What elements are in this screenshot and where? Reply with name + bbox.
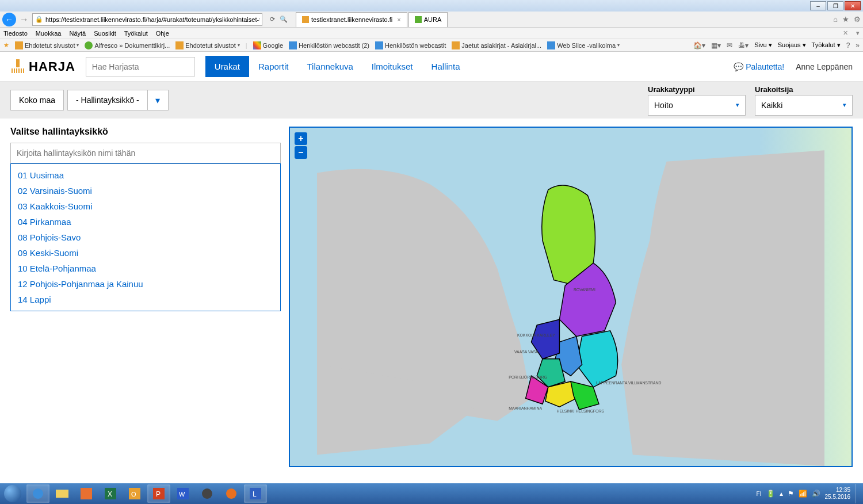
- taskbar-app-icon[interactable]: [196, 484, 219, 503]
- bookmark-item[interactable]: Henkilöstön webcastit: [375, 41, 446, 49]
- unit-item[interactable]: 02 Varsinais-Suomi: [11, 183, 280, 198]
- security-menu[interactable]: Suojaus ▾: [778, 41, 806, 49]
- menu-tyokalut[interactable]: Työkalut: [124, 30, 148, 37]
- feedback-link[interactable]: 💬 Palautetta!: [734, 62, 784, 71]
- taskbar-media-icon[interactable]: [75, 484, 98, 503]
- nav-tilannekuva[interactable]: Tilannekuva: [298, 56, 362, 77]
- unit-item[interactable]: 09 Keski-Suomi: [11, 245, 280, 261]
- tools-menu[interactable]: Työkalut ▾: [812, 41, 841, 49]
- home-icon[interactable]: 🏠▾: [693, 41, 705, 49]
- app-header: HARJA Urakat Raportit Tilannekuva Ilmoit…: [0, 52, 863, 82]
- favorites-icon[interactable]: ★: [842, 15, 849, 24]
- app-search-input[interactable]: [92, 58, 189, 76]
- zoom-in-button[interactable]: +: [295, 132, 307, 145]
- taskbar-lync-icon[interactable]: L: [244, 484, 267, 503]
- refresh-icon[interactable]: ⟳: [267, 16, 277, 23]
- taskbar-excel-icon[interactable]: X: [99, 484, 122, 503]
- unit-search-input[interactable]: [17, 143, 274, 163]
- menu-close-icon[interactable]: ✕: [843, 29, 848, 37]
- bookmark-item[interactable]: Web Slice -valikoima▾: [547, 41, 620, 49]
- bookmark-item[interactable]: Ehdotetut sivustot▾: [15, 41, 79, 49]
- start-button[interactable]: [1, 484, 24, 503]
- tools-icon[interactable]: ⚙: [854, 15, 861, 24]
- unit-item[interactable]: 04 Pirkanmaa: [11, 214, 280, 230]
- unit-item[interactable]: 14 Lappi: [11, 292, 280, 307]
- address-bar[interactable]: 🔒: [32, 13, 262, 26]
- window-close-button[interactable]: ✕: [845, 1, 861, 10]
- current-user[interactable]: Anne Leppänen: [796, 62, 853, 71]
- window-minimize-button[interactable]: –: [810, 1, 826, 10]
- app-search-box[interactable]: [86, 57, 195, 77]
- menu-tiedosto[interactable]: Tiedosto: [3, 30, 28, 37]
- browser-tab-2[interactable]: AURA: [408, 12, 448, 27]
- taskbar-powerpoint-icon[interactable]: P: [147, 484, 170, 503]
- print-icon[interactable]: 🖶▾: [738, 41, 749, 49]
- unit-item[interactable]: 10 Etelä-Pohjanmaa: [11, 261, 280, 276]
- unit-select-dropdown[interactable]: ▾: [148, 90, 169, 110]
- unit-item[interactable]: 12 Pohjois-Pohjanmaa ja Kainuu: [11, 276, 280, 292]
- favorites-star-icon[interactable]: ★: [3, 41, 9, 49]
- svg-text:ROVANIEMI: ROVANIEMI: [574, 288, 595, 292]
- app-nav: Urakat Raportit Tilannekuva Ilmoitukset …: [205, 56, 469, 77]
- taskbar-explorer-icon[interactable]: [51, 484, 74, 503]
- bookmark-item[interactable]: Jaetut asiakirjat - Asiakirjal...: [452, 41, 541, 49]
- bookmark-item[interactable]: Henkilöstön webcastit (2): [289, 41, 369, 49]
- ie-bookmarks-bar: ★ Ehdotetut sivustot▾ Alfresco » Dokumen…: [0, 39, 863, 52]
- app-logo[interactable]: HARJA: [10, 59, 75, 74]
- nav-urakat[interactable]: Urakat: [205, 56, 249, 77]
- taskbar-word-icon[interactable]: W: [171, 484, 194, 503]
- nav-ilmoitukset[interactable]: Ilmoitukset: [362, 56, 422, 77]
- bookmark-item[interactable]: Google: [253, 41, 283, 49]
- browser-tab-1[interactable]: testiextranet.liikennevirasto.fi ×: [296, 12, 407, 27]
- unit-search-box[interactable]: [10, 143, 281, 163]
- help-icon[interactable]: ?: [846, 41, 850, 49]
- map-canvas[interactable]: KOKKOLA KARLEBY VAASA VASA PORI BJÖRNEBO…: [290, 128, 851, 466]
- unit-item[interactable]: 08 Pohjois-Savo: [11, 230, 280, 245]
- browser-forward-button[interactable]: →: [18, 14, 30, 25]
- unit-item[interactable]: 03 Kaakkois-Suomi: [11, 198, 280, 214]
- tray-up-icon[interactable]: ▴: [780, 490, 783, 498]
- nav-raportit[interactable]: Raportit: [249, 56, 298, 77]
- menu-ohje[interactable]: Ohje: [156, 30, 169, 37]
- browser-back-button[interactable]: ←: [2, 13, 16, 26]
- page-menu[interactable]: Sivu ▾: [754, 41, 772, 49]
- taskbar-ie-icon[interactable]: [26, 484, 49, 503]
- search-icon[interactable]: 🔍: [278, 16, 289, 23]
- chevron-down-icon: ▾: [843, 101, 846, 109]
- urakkatyyppi-select[interactable]: Hoito ▾: [648, 95, 746, 116]
- menu-dropdown-icon[interactable]: ▾: [856, 29, 860, 37]
- urakoitsija-select[interactable]: Kaikki ▾: [755, 95, 853, 116]
- show-desktop-button[interactable]: [855, 484, 860, 503]
- unit-select-button[interactable]: - Hallintayksikkö -: [67, 90, 148, 110]
- tray-language[interactable]: FI: [757, 491, 762, 497]
- mail-icon[interactable]: ✉: [727, 41, 732, 49]
- svg-text:LAPPEENRANTA VILLMANSTRAND: LAPPEENRANTA VILLMANSTRAND: [596, 381, 662, 385]
- home-icon[interactable]: ⌂: [833, 15, 838, 24]
- action-center-icon[interactable]: ⚑: [788, 490, 794, 498]
- zoom-out-button[interactable]: –: [295, 146, 307, 159]
- taskbar-firefox-icon[interactable]: [220, 484, 243, 503]
- tab-close-icon[interactable]: ×: [397, 16, 400, 23]
- svg-text:MAARIANHAMINA: MAARIANHAMINA: [509, 406, 542, 410]
- bookmark-item[interactable]: Ehdotetut sivustot▾: [175, 41, 239, 49]
- unit-item[interactable]: 01 Uusimaa: [11, 167, 280, 183]
- logo-icon: [10, 59, 25, 74]
- menu-muokkaa[interactable]: Muokkaa: [36, 30, 62, 37]
- menu-nayta[interactable]: Näytä: [69, 30, 86, 37]
- svg-text:P: P: [156, 490, 161, 498]
- favicon-icon: [415, 16, 422, 23]
- window-maximize-button[interactable]: ❐: [827, 1, 843, 10]
- taskbar-outlook-icon[interactable]: O: [123, 484, 146, 503]
- menu-suosikit[interactable]: Suosikit: [94, 30, 116, 37]
- volume-icon[interactable]: 🔊: [812, 490, 820, 498]
- tray-clock[interactable]: 12:35 25.5.2016: [825, 487, 851, 501]
- bookmark-item[interactable]: Alfresco » Dokumenttikirj...: [85, 41, 170, 49]
- nav-hallinta[interactable]: Hallinta: [422, 56, 469, 77]
- url-input[interactable]: [45, 16, 259, 23]
- battery-icon[interactable]: 🔋: [766, 490, 775, 498]
- region-button[interactable]: Koko maa: [10, 90, 64, 110]
- map-panel[interactable]: + –: [289, 127, 853, 467]
- overflow-icon[interactable]: »: [856, 41, 860, 49]
- network-icon[interactable]: 📶: [799, 490, 807, 498]
- feed-icon[interactable]: ▦▾: [711, 41, 721, 49]
